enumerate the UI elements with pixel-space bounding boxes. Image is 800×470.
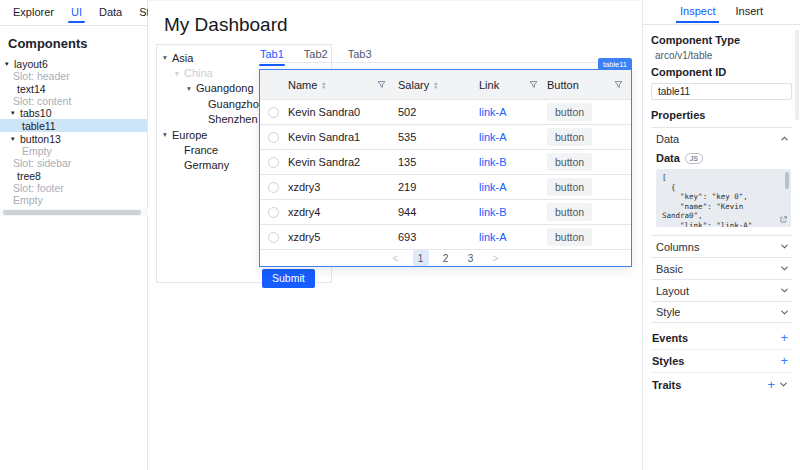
row-button[interactable]: button (547, 128, 592, 146)
component-tree-item-tree8[interactable]: tree8 (0, 169, 147, 181)
component-tree-item-button13[interactable]: ▾button13 (0, 132, 147, 144)
caret-down-icon[interactable]: ▾ (11, 109, 20, 117)
caret-down-icon[interactable]: ▾ (175, 69, 184, 78)
section-label: Data (656, 133, 679, 145)
cell-button: button (544, 100, 631, 124)
tree-item-label: table11 (22, 120, 56, 132)
canvas-tab-tab1[interactable]: Tab1 (259, 46, 285, 66)
app-root: ExplorerUIDataState Components ▾layout6S… (0, 0, 800, 470)
canvas-tab-tab3[interactable]: Tab3 (347, 46, 373, 66)
pagination-next-icon[interactable]: > (488, 250, 504, 266)
sidebar-tab-explorer[interactable]: Explorer (13, 1, 54, 25)
row-link[interactable]: link-B (479, 206, 507, 218)
caret-down-icon[interactable]: ▾ (5, 60, 14, 68)
code-scrollbar-thumb[interactable] (785, 172, 789, 189)
table-body: Kevin Sandra0502link-AbuttonKevin Sandra… (260, 99, 631, 249)
row-link[interactable]: link-A (479, 106, 507, 118)
table-row: xzdry4944link-Bbutton (260, 199, 631, 224)
tree-item-label: Slot: sidebar (13, 157, 71, 169)
inspector-scrollbar[interactable] (795, 30, 799, 120)
scrollbar-thumb[interactable] (3, 210, 141, 215)
submit-button[interactable]: Submit (262, 269, 315, 288)
cell-link: link-A (472, 100, 544, 124)
sidebar-horizontal-scrollbar[interactable] (0, 209, 148, 216)
tree-item-label: Empty (22, 145, 52, 157)
inspector-tab-inspect[interactable]: Inspect (680, 1, 715, 24)
canvas-tab-tab2[interactable]: Tab2 (303, 46, 329, 66)
caret-down-icon[interactable]: ▾ (187, 84, 196, 93)
add-icon[interactable]: + (767, 379, 775, 391)
caret-down-icon[interactable]: ▾ (163, 130, 172, 139)
row-link[interactable]: link-A (479, 231, 507, 243)
pagination-prev-icon[interactable]: < (388, 250, 404, 266)
panel-section-events: Events+ (651, 327, 792, 350)
cell-link: link-B (472, 150, 544, 174)
tree-item-label: Empty (13, 194, 43, 206)
component-tree-item-empty[interactable]: Empty (0, 194, 147, 206)
cell-name: Kevin Sandra2 (286, 150, 392, 174)
data-code-editor[interactable]: [ { "key": "key 0", "name": "Kevin Sandr… (656, 169, 791, 227)
pagination-page-1[interactable]: 1 (413, 250, 429, 266)
expand-editor-icon[interactable] (779, 215, 788, 224)
section-header-layout[interactable]: Layout (651, 279, 792, 301)
filter-icon[interactable] (529, 80, 538, 89)
row-button[interactable]: button (547, 153, 592, 171)
sort-icon[interactable]: ▲▼ (321, 81, 326, 89)
add-icon[interactable]: + (780, 332, 788, 344)
table-row: Kevin Sandra1535link-Abutton (260, 124, 631, 149)
component-tree-item-empty[interactable]: Empty (0, 145, 147, 157)
cell-button: button (544, 175, 631, 199)
caret-down-icon[interactable]: ▾ (11, 135, 20, 143)
section-header-columns[interactable]: Columns (651, 235, 792, 257)
pagination-page-3[interactable]: 3 (463, 250, 479, 266)
cell-salary: 693 (392, 225, 472, 249)
component-tree-item-slot-footer[interactable]: Slot: footer (0, 182, 147, 194)
filter-icon[interactable] (614, 80, 623, 89)
row-button[interactable]: button (547, 203, 592, 221)
row-button[interactable]: button (547, 228, 592, 246)
panel-section-label: Styles (652, 355, 684, 367)
inspector-tab-insert[interactable]: Insert (735, 1, 763, 24)
add-icon[interactable]: + (780, 355, 788, 367)
row-radio-button[interactable] (268, 107, 279, 118)
table-component[interactable]: Name▲▼Salary▲▼LinkButton Kevin Sandra050… (259, 69, 632, 267)
chevron-down-icon[interactable] (779, 380, 788, 389)
section-header-basic[interactable]: Basic (651, 257, 792, 279)
row-radio-cell (260, 200, 286, 224)
row-link[interactable]: link-A (479, 131, 507, 143)
row-link[interactable]: link-B (479, 156, 507, 168)
row-button[interactable]: button (547, 103, 592, 121)
tree-item-label: button13 (20, 133, 61, 145)
caret-down-icon[interactable]: ▾ (163, 53, 172, 62)
row-radio-button[interactable] (268, 132, 279, 143)
row-radio-button[interactable] (268, 182, 279, 193)
component-tree-item-table11[interactable]: table11 (0, 119, 147, 132)
component-tree-item-slot-sidebar[interactable]: Slot: sidebar (0, 157, 147, 169)
sort-icon[interactable]: ▲▼ (433, 81, 438, 89)
component-tree-item-text14[interactable]: text14 (0, 83, 147, 95)
component-tree-item-tabs10[interactable]: ▾tabs10 (0, 107, 147, 119)
component-tree-item-layout6[interactable]: ▾layout6 (0, 58, 147, 70)
row-radio-button[interactable] (268, 232, 279, 243)
section-label: Columns (656, 241, 699, 253)
row-link[interactable]: link-A (479, 181, 507, 193)
filter-icon[interactable] (377, 80, 386, 89)
sidebar-tab-ui[interactable]: UI (71, 1, 82, 25)
section-header-style[interactable]: Style (651, 301, 792, 323)
row-button[interactable]: button (547, 178, 592, 196)
row-radio-cell (260, 150, 286, 174)
sidebar-tab-data[interactable]: Data (99, 1, 122, 25)
component-tree-item-slot-content[interactable]: Slot: content (0, 95, 147, 107)
tree-node-label: China (184, 67, 213, 79)
table-pagination: <123> (260, 249, 631, 266)
tree-node-label: Asia (172, 52, 193, 64)
component-tree-item-slot-header[interactable]: Slot: header (0, 70, 147, 82)
component-id-input[interactable] (651, 83, 792, 100)
row-radio-button[interactable] (268, 207, 279, 218)
row-radio-button[interactable] (268, 157, 279, 168)
page-title: My Dashboard (164, 14, 288, 36)
js-mode-badge[interactable]: JS (685, 153, 703, 164)
cell-button: button (544, 200, 631, 224)
section-header-data[interactable]: Data (651, 127, 792, 149)
pagination-page-2[interactable]: 2 (438, 250, 454, 266)
